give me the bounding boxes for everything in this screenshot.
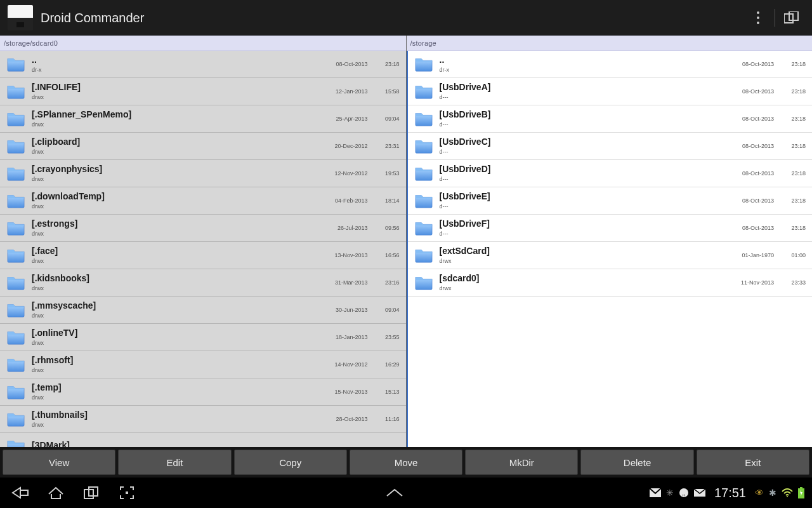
file-date: 25-Apr-2013 bbox=[324, 116, 368, 122]
list-item[interactable]: [.INFOLIFE]drwx12-Jan-201315:58 bbox=[0, 78, 406, 105]
list-item[interactable]: [UsbDriveC]d---08-Oct-201323:18 bbox=[408, 133, 813, 160]
home-icon bbox=[48, 486, 64, 499]
folder-icon bbox=[6, 110, 25, 127]
copy-button[interactable]: Copy bbox=[234, 450, 347, 475]
bluetooth-icon: ✱ bbox=[769, 488, 776, 498]
app-icon bbox=[8, 5, 33, 30]
clock: 17:51 bbox=[714, 486, 746, 500]
list-item[interactable]: [extSdCard]drwx01-Jan-197001:00 bbox=[408, 242, 813, 269]
left-path-bar[interactable]: /storage/sdcard0 bbox=[0, 36, 406, 51]
list-item[interactable]: [.face]drwx13-Nov-201316:56 bbox=[0, 242, 406, 269]
file-name: [.downloadTemp] bbox=[32, 192, 317, 201]
home-button[interactable] bbox=[43, 478, 69, 508]
folder-icon bbox=[6, 438, 25, 447]
file-name: [.rhmsoft] bbox=[32, 356, 317, 365]
folder-icon bbox=[6, 220, 25, 236]
panels-button[interactable] bbox=[779, 5, 804, 30]
list-item[interactable]: [3DMark] bbox=[0, 433, 406, 447]
list-item[interactable]: [UsbDriveD]d---08-Oct-201323:18 bbox=[408, 160, 813, 187]
left-file-list[interactable]: ..dr-x08-Oct-201323:18[.INFOLIFE]drwx12-… bbox=[0, 51, 406, 447]
file-perm: drwx bbox=[32, 285, 317, 291]
battery-icon bbox=[798, 487, 804, 498]
delete-button[interactable]: Delete bbox=[580, 450, 693, 475]
folder-icon bbox=[6, 356, 25, 373]
more-vert-icon bbox=[756, 11, 760, 25]
move-button[interactable]: Move bbox=[350, 450, 462, 475]
recent-icon bbox=[84, 486, 99, 499]
file-date: 08-Oct-2013 bbox=[324, 61, 368, 67]
expand-button[interactable] bbox=[382, 488, 407, 497]
file-time: 23:18 bbox=[784, 225, 806, 231]
list-item[interactable]: [.mmsyscache]drwx30-Jun-201309:04 bbox=[0, 297, 406, 324]
file-name: .. bbox=[32, 55, 317, 65]
mail-icon bbox=[694, 489, 705, 497]
file-perm: drwx bbox=[32, 312, 317, 319]
right-path-bar[interactable]: /storage bbox=[407, 36, 813, 51]
separator bbox=[775, 9, 775, 27]
file-perm: drwx bbox=[32, 394, 317, 401]
screenshot-button[interactable] bbox=[114, 478, 140, 508]
list-item[interactable]: ..dr-x08-Oct-201323:18 bbox=[408, 51, 813, 78]
folder-icon bbox=[6, 384, 25, 400]
file-date: 14-Nov-2012 bbox=[324, 361, 368, 368]
file-perm: drwx bbox=[32, 176, 317, 182]
list-item[interactable]: [UsbDriveA]d---08-Oct-201323:18 bbox=[408, 78, 813, 105]
back-button[interactable] bbox=[8, 478, 33, 508]
exit-button[interactable]: Exit bbox=[697, 450, 809, 475]
file-date: 12-Nov-2012 bbox=[324, 170, 368, 177]
svg-point-2 bbox=[757, 22, 759, 24]
list-item[interactable]: [sdcard0]drwx11-Nov-201323:33 bbox=[408, 269, 813, 297]
list-item[interactable]: [.estrongs]drwx26-Jul-201309:56 bbox=[0, 215, 406, 242]
list-item[interactable]: [.rhmsoft]drwx14-Nov-201216:29 bbox=[0, 351, 406, 378]
view-button[interactable]: View bbox=[3, 450, 115, 475]
file-perm: dr-x bbox=[440, 67, 724, 73]
list-item[interactable]: ..dr-x08-Oct-201323:18 bbox=[0, 51, 406, 78]
file-time: 23:55 bbox=[378, 334, 400, 340]
list-item[interactable]: [.temp]drwx15-Nov-201315:13 bbox=[0, 378, 406, 406]
file-name: [.kidsnbooks] bbox=[32, 274, 317, 283]
file-perm: drwx bbox=[32, 340, 317, 346]
file-time: 23:18 bbox=[784, 197, 806, 204]
folder-icon bbox=[6, 192, 25, 209]
folder-icon bbox=[6, 329, 25, 345]
file-time: 23:33 bbox=[784, 279, 806, 286]
file-name: [.clipboard] bbox=[32, 137, 317, 147]
debug-icon: ✳ bbox=[666, 488, 674, 498]
recent-apps-button[interactable] bbox=[79, 478, 104, 508]
overflow-menu-button[interactable] bbox=[745, 5, 771, 30]
file-perm: drwx bbox=[32, 149, 317, 155]
file-perm: d--- bbox=[440, 94, 724, 100]
list-item[interactable]: [UsbDriveB]d---08-Oct-201323:18 bbox=[408, 105, 813, 133]
file-name: [sdcard0] bbox=[440, 274, 724, 283]
file-perm: drwx bbox=[440, 258, 724, 264]
folder-icon bbox=[6, 302, 25, 318]
file-date: 01-Jan-1970 bbox=[730, 252, 774, 258]
file-time: 09:56 bbox=[378, 225, 400, 231]
folder-icon bbox=[414, 274, 433, 291]
file-name: [extSdCard] bbox=[440, 246, 724, 256]
file-time: 09:04 bbox=[378, 116, 400, 122]
list-item[interactable]: [UsbDriveE]d---08-Oct-201323:18 bbox=[408, 187, 813, 215]
right-panel: /storage ..dr-x08-Oct-201323:18[UsbDrive… bbox=[407, 36, 813, 447]
list-item[interactable]: [.SPlanner_SPenMemo]drwx25-Apr-201309:04 bbox=[0, 105, 406, 133]
list-item[interactable]: [UsbDriveF]d---08-Oct-201323:18 bbox=[408, 215, 813, 242]
right-file-list[interactable]: ..dr-x08-Oct-201323:18[UsbDriveA]d---08-… bbox=[407, 51, 813, 447]
file-perm: drwx bbox=[32, 258, 317, 264]
file-name: [UsbDriveD] bbox=[440, 164, 724, 174]
status-area[interactable]: ✳ ,, 17:51 👁 ✱ bbox=[650, 486, 804, 500]
folder-icon bbox=[6, 138, 25, 154]
file-perm: d--- bbox=[440, 176, 724, 182]
list-item[interactable]: [.thumbnails]drwx28-Oct-201311:16 bbox=[0, 406, 406, 433]
list-item[interactable]: [.downloadTemp]drwx04-Feb-201318:14 bbox=[0, 187, 406, 215]
file-name: [.thumbnails] bbox=[32, 410, 317, 420]
folder-icon bbox=[414, 138, 433, 154]
list-item[interactable]: [.clipboard]drwx20-Dec-201223:31 bbox=[0, 133, 406, 160]
mkdir-button[interactable]: MkDir bbox=[465, 450, 578, 475]
edit-button[interactable]: Edit bbox=[118, 450, 231, 475]
svg-rect-7 bbox=[126, 491, 128, 494]
file-time: 15:58 bbox=[378, 88, 400, 95]
list-item[interactable]: [.crayonphysics]drwx12-Nov-201219:53 bbox=[0, 160, 406, 187]
file-name: .. bbox=[440, 55, 724, 65]
list-item[interactable]: [.onlineTV]drwx18-Jan-201323:55 bbox=[0, 324, 406, 351]
list-item[interactable]: [.kidsnbooks]drwx31-Mar-201323:16 bbox=[0, 269, 406, 297]
